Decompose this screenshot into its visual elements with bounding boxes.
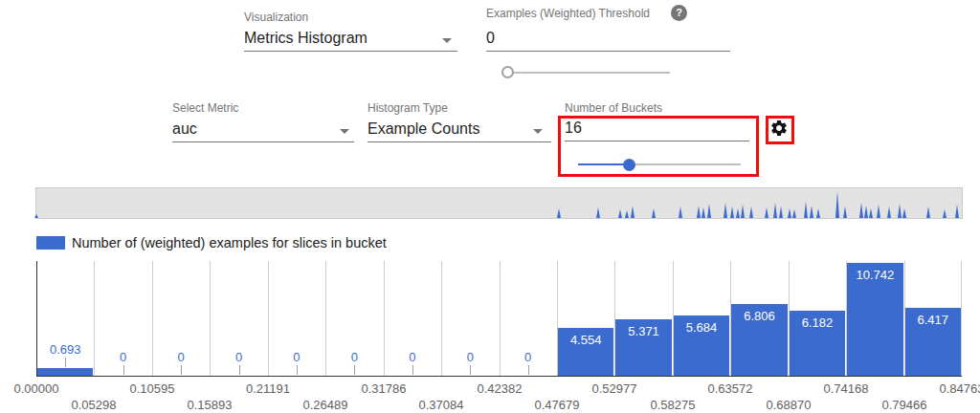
chart-gridline [500,261,501,376]
overview-spike [618,209,622,218]
buckets-slider[interactable] [578,158,741,171]
bar-value-label: 6.417 [918,313,949,327]
overview-spike [724,203,727,218]
x-axis-tick-label: 0.31786 [362,381,407,396]
x-axis-tick-label: 0.15893 [188,398,233,412]
x-axis-tick-label: 0.42382 [478,381,523,396]
select-metric-dropdown[interactable]: auc [172,120,354,142]
x-axis-tick-label: 0.05298 [72,398,117,412]
overview-spike [557,208,561,218]
buckets-slider-thumb[interactable] [623,159,635,171]
overview-spike [34,214,38,218]
overview-spike [730,206,734,218]
chart-gridline [268,261,269,376]
bar-value-label: 0.693 [50,342,81,357]
chart-gridline [384,261,385,376]
overview-spike [788,208,791,218]
bar-value-label: 0 [351,350,358,364]
overview-spike [749,206,753,218]
bar-value-label: 6.182 [802,315,834,330]
x-axis-tick-label: 0.47679 [535,398,580,412]
overview-spike [869,208,873,218]
bar-value-label: 0 [524,350,531,364]
bar-value-label: 0 [293,350,300,364]
overview-spike [625,210,629,218]
x-axis-tick-label: 0.58275 [651,398,696,412]
histogram-type-dropdown[interactable]: Example Counts [368,120,551,142]
overview-spike [652,208,656,218]
bar-value-label: 0 [235,350,242,364]
overview-spike [843,206,847,218]
chart-gridline [325,261,326,376]
overview-spike [804,202,808,218]
legend-label: Number of (weighted) examples for slices… [72,235,387,250]
threshold-slider-thumb[interactable] [501,66,514,78]
overview-spike [926,206,930,218]
buckets-slider-fill [578,163,629,165]
overview-spike [864,206,868,218]
histogram-type-label: Histogram Type [368,101,448,115]
number-of-buckets-input[interactable]: 16 [565,120,749,141]
overview-spike [835,191,839,218]
visualization-dropdown[interactable]: Metrics Histogram [244,30,457,52]
chevron-down-icon[interactable] [442,38,452,43]
overview-spike [697,206,701,218]
overview-spike [741,205,745,218]
threshold-slider[interactable] [501,66,670,78]
overview-spike [631,206,635,218]
overview-spike [707,204,711,218]
y-axis-line [36,261,37,376]
annotation-stem [239,365,240,375]
histogram-plot-area: 0.693000000004.5545.3715.6846.8066.18210… [36,261,962,377]
annotation-stem [123,365,124,375]
chevron-down-icon[interactable] [533,129,543,134]
bar-value-label: 5.684 [686,320,718,335]
chart-gridline [210,261,211,376]
x-axis-tick-label: 0.52977 [592,381,637,396]
overview-spike [765,207,768,218]
bar-value-label: 10.742 [856,268,894,282]
x-axis-tick-label: 0.37084 [419,398,464,412]
chart-gridline [441,261,442,376]
overview-spike [859,203,863,218]
chart-legend: Number of (weighted) examples for slices… [36,235,387,250]
annotation-stem [354,365,355,375]
overview-spike [736,208,740,218]
bar-value-label: 0 [120,350,126,364]
slices-overview-strip[interactable] [35,187,963,219]
x-axis-tick-label: 0.10595 [130,381,175,396]
histogram-bar[interactable] [37,368,93,376]
x-axis-tick-label: 0.68870 [767,398,812,412]
threshold-slider-track[interactable] [501,72,670,74]
overview-spike [810,206,813,218]
threshold-input[interactable]: 0 [486,30,730,52]
chevron-down-icon[interactable] [340,129,349,134]
annotation-stem [297,365,298,375]
overview-spike [679,206,682,218]
overview-spike [596,207,600,218]
gear-icon[interactable] [769,119,789,138]
annotation-stem [181,365,182,375]
chart-gridline [152,261,153,376]
overview-spike [816,208,820,218]
bar-value-label: 6.806 [744,309,775,323]
bar-value-label: 0 [177,350,184,364]
overview-spike [898,204,902,218]
histogram-x-axis: 0.000000.052980.105950.158930.211910.264… [36,381,962,413]
overview-spike [877,205,880,218]
x-axis-tick-label: 0.74168 [824,381,869,396]
visualization-label: Visualization [244,11,308,24]
x-axis-tick-label: 0.00000 [14,381,59,396]
x-axis-tick-label: 0.26489 [303,398,348,412]
overview-spike [779,206,783,218]
overview-spike [955,205,959,218]
x-axis-tick-label: 0.84763 [940,381,980,396]
overview-spike [943,209,947,218]
bar-value-label: 5.371 [628,324,659,338]
bar-value-label: 0 [409,350,415,364]
annotation-stem [528,365,529,375]
chart-gridline [961,261,962,376]
bar-value-label: 0 [467,350,474,364]
x-axis-tick-label: 0.21191 [246,381,290,396]
help-icon[interactable]: ? [671,5,687,21]
